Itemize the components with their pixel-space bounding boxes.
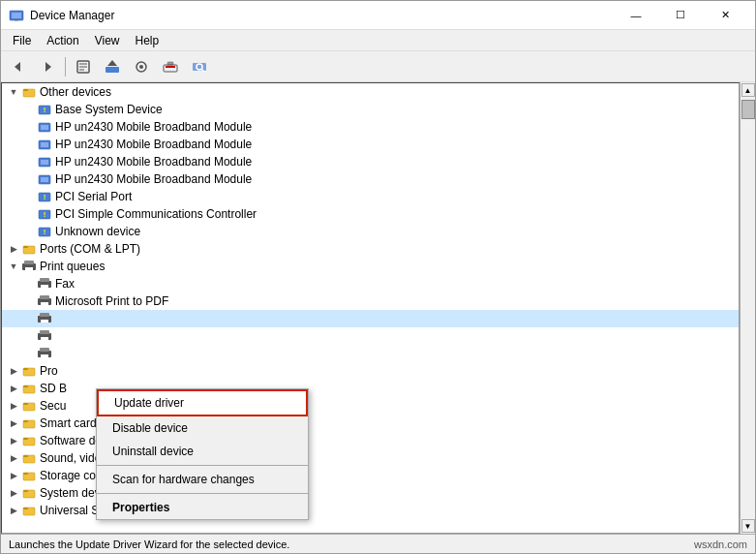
svg-rect-74 <box>23 508 28 509</box>
maximize-button[interactable]: ☐ <box>658 1 703 30</box>
tree-item-hp3[interactable]: HP un2430 Mobile Broadband Module <box>2 153 739 170</box>
expand-icon-print: ▼ <box>6 259 21 274</box>
tree-item-printer5[interactable] <box>2 345 739 362</box>
svg-rect-1 <box>12 13 21 18</box>
svg-rect-20 <box>23 89 28 91</box>
status-right: wsxdn.com <box>694 539 747 550</box>
menu-help[interactable]: Help <box>128 32 167 49</box>
tree-item-pci-simple[interactable]: ! PCI Simple Communications Controller <box>2 205 739 223</box>
status-text: Launches the Update Driver Wizard for th… <box>9 539 289 550</box>
ctx-uninstall-device[interactable]: Uninstall device <box>97 440 308 463</box>
expand-icon-system: ▶ <box>6 485 21 501</box>
tree-item-hp1[interactable]: HP un2430 Mobile Broadband Module <box>2 118 739 136</box>
svg-text:!: ! <box>44 228 46 236</box>
tree-item-base-system[interactable]: ! Base System Device <box>2 101 739 118</box>
menu-action[interactable]: Action <box>39 32 86 49</box>
svg-rect-46 <box>40 295 49 299</box>
tree-item-fax[interactable]: Fax <box>2 275 739 292</box>
ctx-scan-hardware[interactable]: Scan for hardware changes <box>97 468 308 491</box>
main-area: ▼ Other devices ! Base System Device <box>1 82 755 534</box>
tree-item-other-devices[interactable]: ▼ Other devices <box>2 83 739 101</box>
expand-icon-other: ▼ <box>6 84 21 100</box>
svg-rect-26 <box>41 142 48 147</box>
ports-label: Ports (COM & LPT) <box>40 242 140 256</box>
svg-rect-53 <box>41 337 48 340</box>
scrollbar-down-button[interactable]: ▼ <box>741 519 755 533</box>
printer-icon-5 <box>37 346 52 361</box>
scan-hardware-button[interactable] <box>186 54 213 79</box>
tree-item-pci-serial[interactable]: ! PCI Serial Port <box>2 188 739 205</box>
pci-simple-label: PCI Simple Communications Controller <box>55 207 257 221</box>
fax-label: Fax <box>55 277 75 291</box>
scrollbar-up-button[interactable]: ▲ <box>741 83 755 97</box>
svg-rect-64 <box>23 420 28 422</box>
svg-rect-40 <box>24 261 34 264</box>
expand-icon-ports: ▶ <box>6 241 21 257</box>
svg-rect-30 <box>41 177 48 182</box>
remove-icon <box>163 59 178 75</box>
expand-icon-secu: ▶ <box>6 398 21 414</box>
svg-rect-72 <box>23 490 28 492</box>
scan-hardware-icon <box>192 59 207 75</box>
other-devices-label: Other devices <box>40 85 111 99</box>
ctx-disable-device[interactable]: Disable device <box>97 416 308 440</box>
printer-icon-4 <box>37 328 52 344</box>
device-warning-icon-base: ! <box>37 102 52 117</box>
svg-rect-43 <box>40 278 49 282</box>
unknown-device-label: Unknown device <box>55 225 140 238</box>
remove-button[interactable] <box>157 54 184 79</box>
tree-view[interactable]: ▼ Other devices ! Base System Device <box>1 82 740 534</box>
svg-rect-55 <box>40 348 49 352</box>
device-warning-icon-pci-simple: ! <box>37 206 52 222</box>
tree-item-ports[interactable]: ▶ Ports (COM & LPT) <box>2 240 739 258</box>
expand-icon-software: ▶ <box>6 433 21 448</box>
tree-item-printer3[interactable] <box>2 310 739 327</box>
svg-text:!: ! <box>44 106 46 114</box>
expand-icon-smart: ▶ <box>6 416 21 431</box>
menu-file[interactable]: File <box>5 32 39 49</box>
forward-button[interactable] <box>34 54 61 79</box>
svg-point-12 <box>139 65 143 69</box>
properties-button[interactable] <box>70 54 97 79</box>
svg-rect-58 <box>23 368 28 370</box>
svg-rect-62 <box>23 403 28 405</box>
hp4-label: HP un2430 Mobile Broadband Module <box>55 172 252 186</box>
scrollbar[interactable]: ▲ ▼ <box>740 82 755 534</box>
minimize-button[interactable]: — <box>614 1 658 30</box>
expand-icon-sdb: ▶ <box>6 381 21 396</box>
menu-bar: File Action View Help <box>1 30 755 51</box>
main-window: Device Manager — ☐ ✕ File Action View He… <box>0 0 756 554</box>
secu-label: Secu <box>40 399 66 413</box>
close-button[interactable]: ✕ <box>703 1 747 30</box>
tree-item-pro[interactable]: ▶ Pro <box>2 362 739 380</box>
title-controls: — ☐ ✕ <box>614 1 747 30</box>
tree-item-printer4[interactable] <box>2 327 739 345</box>
back-button[interactable] <box>5 54 32 79</box>
ctx-sep-2 <box>97 493 308 494</box>
expand-icon-storage: ▶ <box>6 468 21 483</box>
svg-text:!: ! <box>44 210 46 219</box>
menu-view[interactable]: View <box>87 32 128 49</box>
tree-item-unknown[interactable]: ! Unknown device <box>2 223 739 240</box>
svg-rect-60 <box>23 385 28 387</box>
category-icon-ports <box>21 241 37 257</box>
toolbar-sep-1 <box>65 57 66 77</box>
svg-rect-49 <box>40 313 49 317</box>
svg-marker-3 <box>15 62 20 72</box>
context-menu: Update driver Disable device Uninstall d… <box>96 388 309 520</box>
tree-item-ms-print[interactable]: Microsoft Print to PDF <box>2 292 739 310</box>
tree-item-print-queues[interactable]: ▼ Print queues <box>2 258 739 275</box>
svg-rect-50 <box>41 320 48 323</box>
tree-item-hp4[interactable]: HP un2430 Mobile Broadband Module <box>2 170 739 188</box>
update-driver-button[interactable] <box>99 54 126 79</box>
properties-icon <box>76 59 91 75</box>
tree-item-hp2[interactable]: HP un2430 Mobile Broadband Module <box>2 136 739 153</box>
scan-button[interactable] <box>128 54 155 79</box>
ctx-properties[interactable]: Properties <box>97 496 308 519</box>
ctx-update-driver[interactable]: Update driver <box>97 389 308 416</box>
svg-rect-38 <box>23 246 28 248</box>
svg-rect-47 <box>41 302 48 305</box>
scrollbar-track[interactable] <box>741 98 755 518</box>
hp3-label: HP un2430 Mobile Broadband Module <box>55 155 252 169</box>
scrollbar-thumb[interactable] <box>741 100 755 119</box>
